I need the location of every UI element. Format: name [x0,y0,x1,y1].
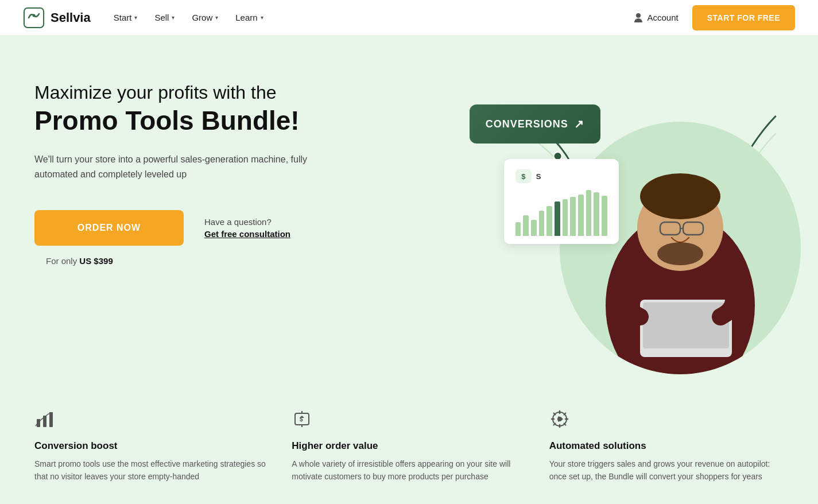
bar-2 [523,215,529,236]
feature-3-desc: Your store triggers sales and grows your… [549,458,784,483]
svg-point-3 [636,13,641,18]
automated-icon [549,409,784,433]
feature-higher-order: $ Higher order value A whole variety of … [292,409,526,483]
conversions-card: CONVERSIONS ↗ [470,104,600,144]
logo-icon [23,7,45,29]
arrow-up-right-icon: ↗ [574,117,584,131]
dollar-icon: $ [521,172,525,181]
feature-1-title: Conversion boost [34,440,269,452]
svg-point-2 [33,14,36,17]
barchart-label: S [536,172,541,181]
logo-text: Sellvia [51,10,91,25]
chevron-down-icon: ▾ [215,14,218,21]
bar-1 [515,222,521,236]
start-for-free-button[interactable]: START FOR FREE [692,5,795,30]
consultation-section: Have a question? Get free consultation [204,217,290,239]
barchart-bars [515,190,607,236]
svg-rect-18 [49,412,53,427]
conversions-label: CONVERSIONS ↗ [486,117,584,131]
consultation-link[interactable]: Get free consultation [204,229,290,239]
feature-2-desc: A whole variety of irresistible offers a… [292,458,526,483]
chevron-down-icon: ▾ [172,14,175,21]
svg-point-13 [657,242,703,265]
conversion-boost-icon [34,409,269,433]
nav-right: Account START FOR FREE [634,5,796,30]
bar-11 [594,192,599,236]
hero-visual: CONVERSIONS ↗ $ S [447,70,784,369]
bar-4 [539,211,545,236]
bar-5 [546,206,552,236]
hero-subtitle: Maximize your profits with the [34,82,447,103]
chevron-down-icon: ▾ [134,14,137,21]
svg-rect-15 [643,303,729,348]
bar-7 [563,199,568,236]
svg-point-9 [640,173,720,219]
bar-8 [570,197,576,236]
hero-description: We'll turn your store into a powerful sa… [34,152,333,181]
hero-content: Maximize your profits with the Promo Too… [34,70,447,266]
svg-rect-1 [24,8,44,28]
feature-1-desc: Smart promo tools use the most effective… [34,458,269,483]
chevron-down-icon: ▾ [261,14,263,21]
hero-title: Promo Tools Bundle! [34,106,447,136]
bar-6 [555,201,560,236]
question-text: Have a question? [204,217,290,227]
bar-10 [586,190,592,236]
logo[interactable]: Sellvia [23,7,91,29]
dollar-badge: $ [515,169,532,183]
order-now-button[interactable]: ORDER NOW [34,210,184,246]
bar-12 [602,196,607,236]
hero-section: Maximize your profits with the Promo Too… [0,36,818,380]
higher-order-icon: $ [292,409,526,433]
features-section: Conversion boost Smart promo tools use t… [0,380,818,504]
barchart-header: $ S [515,169,607,183]
nav-learn[interactable]: Learn ▾ [235,13,263,22]
nav-start[interactable]: Start ▾ [114,13,138,22]
feature-automated: Automated solutions Your store triggers … [549,409,784,483]
nav-grow[interactable]: Grow ▾ [192,13,218,22]
nav-links: Start ▾ Sell ▾ Grow ▾ Learn ▾ [114,13,634,22]
account-button[interactable]: Account [634,13,679,23]
navbar: Sellvia Start ▾ Sell ▾ Grow ▾ Learn ▾ Ac… [0,0,818,36]
barchart-card: $ S [504,159,619,244]
price-label: For only US $399 [46,256,447,266]
account-icon [634,13,643,23]
nav-sell[interactable]: Sell ▾ [154,13,175,22]
feature-conversion-boost: Conversion boost Smart promo tools use t… [34,409,269,483]
hero-cta-row: ORDER NOW Have a question? Get free cons… [34,210,447,246]
bar-9 [578,195,584,236]
feature-3-title: Automated solutions [549,440,784,452]
bar-3 [531,220,537,236]
feature-2-title: Higher order value [292,440,526,452]
